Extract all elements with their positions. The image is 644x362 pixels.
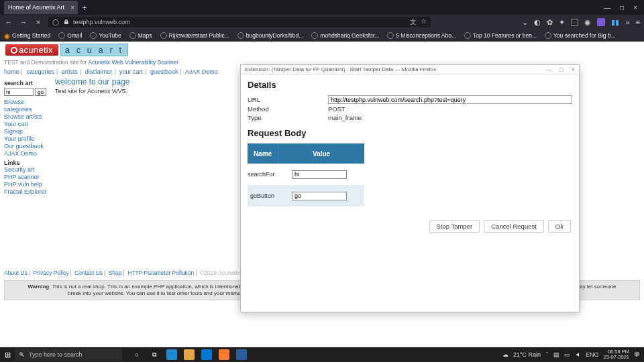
maximize-icon[interactable]: □ [620,4,624,11]
edge-icon[interactable] [166,349,177,360]
pocket-icon[interactable]: ⌄ [522,18,528,27]
tamper-icon[interactable]: ▮▮ [611,18,619,27]
stop-icon[interactable]: × [34,18,43,26]
back-icon[interactable]: ← [4,18,13,26]
firefox-taskbar-icon[interactable] [219,349,229,360]
puzzle-icon[interactable]: ✦ [559,18,565,27]
stop-tamper-button[interactable]: Stop Tamper [429,220,480,233]
sidebar-link[interactable]: Your cart [4,121,49,128]
weather-icon[interactable]: ☁ [502,351,508,358]
bookmark-item[interactable]: Top 10 Features or ben... [464,32,537,39]
param-value-input[interactable] [292,170,347,179]
menu-artists[interactable]: artists [62,68,78,75]
hamburger-icon[interactable]: ≡ [636,18,640,26]
store-icon[interactable] [201,349,212,360]
sidebar-link[interactable]: Your profile [4,135,49,143]
globe-icon [237,32,244,39]
bookmark-item[interactable]: ◉Getting Started [4,32,50,40]
start-button[interactable]: ⊞ [0,351,15,359]
shield-icon: ◯ [52,19,59,25]
search-input[interactable] [4,88,34,96]
taskbar-search[interactable]: 🔍︎ Type here to search [15,349,122,361]
file-explorer-icon[interactable] [184,349,195,360]
footer-link[interactable]: HTTP Parameter Pollution [127,269,194,276]
bookmarks-bar: ◉Getting Started Gmail YouTube Maps Rijk… [0,29,644,42]
vscode-icon[interactable] [236,349,247,360]
close-tab-icon[interactable]: × [70,4,74,11]
network-icon[interactable]: ▤ [553,351,559,358]
modal-titlebar[interactable]: Extension: (Tamper Data for FF Quantum) … [241,65,579,74]
go-button[interactable]: go [35,88,46,96]
url-text: testphp.vulnweb.com [73,19,406,25]
bookmark-item[interactable]: 5 Misconceptions Abo... [387,32,456,39]
url-bar[interactable]: ◯ 🔒︎ testphp.vulnweb.com 文 ☆ [48,17,431,27]
battery-icon[interactable]: ▭ [564,351,570,358]
globe-icon [387,32,394,39]
sidebar-link[interactable]: Browse categories [4,99,49,113]
globe-icon [464,32,471,39]
clock[interactable]: 06:58 PM 23-07-2021 [604,349,629,360]
weather-text[interactable]: 21°C Rain [513,351,541,358]
sidebar-link[interactable]: Fractal Explorer [4,188,49,196]
overflow-icon[interactable]: » [625,18,629,26]
bookmark-item[interactable]: bugbountyDorks/bbd... [237,32,304,39]
sidebar-link[interactable]: Security art [4,166,49,174]
bookmark-item[interactable]: Gmail [58,32,82,39]
translate-icon[interactable]: 文 [410,17,417,27]
footer-link[interactable]: About Us [4,269,28,276]
bookmark-star-icon[interactable]: ☆ [421,17,427,27]
modal-maximize-icon[interactable]: □ [559,66,563,73]
close-window-icon[interactable]: × [633,4,637,11]
menu-ajax[interactable]: AJAX Demo [185,68,218,75]
bookmark-item[interactable]: mohdshariq Geeksfor... [311,32,379,39]
cortana-icon[interactable]: ○ [131,349,142,360]
extension-badge-icon[interactable] [597,18,605,26]
request-body-table: Name Value searchFor goButton [248,143,364,206]
modal-minimize-icon[interactable]: — [545,66,551,73]
param-value-input[interactable] [292,192,347,200]
modal-close-icon[interactable]: × [572,66,575,73]
bookmark-item[interactable]: YouTube [90,32,121,39]
volume-icon[interactable]: 🔈︎ [575,351,581,358]
sidebar-link[interactable]: AJAX Demo [4,150,49,158]
bookmark-item[interactable]: Rijkswaterstaat Public... [160,32,229,39]
footer-link[interactable]: Shop [109,269,122,276]
tab-title: Home of Acunetix Art [8,4,64,11]
task-view-icon[interactable]: ⧉ [149,349,160,360]
footer-link[interactable]: Contact Us [74,269,103,276]
menu-cart[interactable]: your cart [119,68,143,75]
modal-title: Extension: (Tamper Data for FF Quantum) … [245,66,436,72]
notifications-icon[interactable]: 💬︎ [634,351,640,358]
sidebar-link[interactable]: Our guestbook [4,143,49,150]
sidebar-link[interactable]: PHP scanner [4,174,49,181]
globe-icon [90,32,97,39]
forward-icon[interactable]: → [19,18,28,26]
menu-guestbook[interactable]: guestbook [150,68,178,75]
menu-disclaimer[interactable]: disclaimer [85,68,113,75]
sidebar-link[interactable]: Signup [4,128,49,135]
menu-categories[interactable]: categories [26,68,54,75]
site-logo: acunetix a c u a r t [0,42,644,56]
language-indicator[interactable]: ENG [586,351,599,358]
url-field[interactable] [328,95,572,104]
sidebar-link[interactable]: PHP vuln help [4,181,49,188]
tray-chevron-icon[interactable]: ˄ [545,351,549,358]
cancel-request-button[interactable]: Cancel Request [484,220,544,233]
account-icon[interactable]: ◉ [584,18,591,27]
gear-icon[interactable]: ✿ [547,18,553,27]
container-icon[interactable]: ◐ [534,18,541,27]
bookmark-item[interactable]: You searched for Big b... [545,32,616,39]
bookmark-item[interactable]: Maps [129,32,152,39]
request-body-heading: Request Body [248,128,572,138]
new-tab-button[interactable]: + [82,3,87,13]
sidebar-link[interactable]: Browse artists [4,113,49,121]
menu-home[interactable]: home [4,68,19,75]
browser-tab[interactable]: Home of Acunetix Art × [4,1,78,14]
footer-link[interactable]: Privacy Policy [34,269,69,276]
tagline-link[interactable]: Acunetix Web Vulnerability Scanner [89,59,179,66]
acunetix-logo: acunetix [5,44,58,56]
ok-button[interactable]: Ok [548,220,571,233]
minimize-icon[interactable]: — [604,4,610,11]
lock-icon: 🔒︎ [63,19,69,25]
library-icon[interactable] [571,19,578,26]
